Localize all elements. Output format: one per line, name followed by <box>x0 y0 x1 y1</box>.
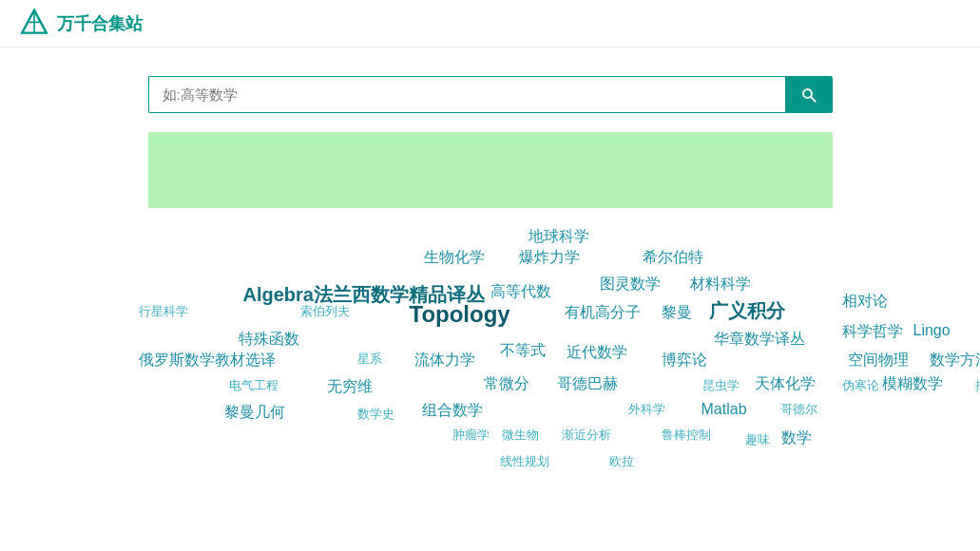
tag-guangyi[interactable]: 广义积分 <box>709 298 785 324</box>
tag-shuxuefali[interactable]: 数学方法论 <box>930 351 981 370</box>
tag-bocun[interactable]: 博弈论 <box>662 351 707 370</box>
tag-matlab[interactable]: Matlab <box>701 401 747 418</box>
tag-tuli[interactable]: 图灵数学 <box>600 275 661 294</box>
tag-kunchong[interactable]: 昆虫学 <box>702 377 740 394</box>
search-button[interactable] <box>785 76 833 113</box>
tag-wuqiong[interactable]: 无穷维 <box>327 377 373 397</box>
logo-text: 万千合集站 <box>57 12 143 35</box>
tag-jinjinfenxi[interactable]: 渐近分析 <box>562 427 611 444</box>
tag-shuxue[interactable]: 数学 <box>781 428 812 448</box>
header: 万千合集站 <box>0 0 980 48</box>
tag-teshu[interactable]: 特殊函数 <box>239 330 299 350</box>
tag-cloud: 地球科学生物化学爆炸力学希尔伯特图灵数学材料科学Algebra法兰西数学精品译丛… <box>63 227 918 493</box>
tag-budengshi[interactable]: 不等式 <box>500 341 546 361</box>
tag-oula[interactable]: 欧拉 <box>609 453 634 470</box>
tag-suobo[interactable]: 索伯列夫 <box>300 303 350 320</box>
tag-liman2[interactable]: 黎曼几何 <box>224 403 285 423</box>
tag-liuti[interactable]: 流体力学 <box>414 351 475 370</box>
tag-gedeba[interactable]: 哥德巴赫 <box>557 374 618 394</box>
tag-xiangdui[interactable]: 相对论 <box>842 292 888 312</box>
main-content: 地球科学生物化学爆炸力学希尔伯特图灵数学材料科学Algebra法兰西数学精品译丛… <box>0 48 980 522</box>
tag-moni[interactable]: 模糊数学 <box>882 374 943 394</box>
tag-weihan[interactable]: 伪寒论 <box>842 377 879 394</box>
tag-gede[interactable]: 哥德尔 <box>780 401 817 418</box>
tag-tianti[interactable]: 天体化学 <box>755 374 816 394</box>
logo-icon <box>19 9 49 39</box>
tag-xingxi[interactable]: 星系 <box>357 351 382 368</box>
svg-line-4 <box>810 96 815 101</box>
tag-baozha[interactable]: 爆炸力学 <box>519 248 580 268</box>
tag-eluosi[interactable]: 俄罗斯数学教材选译 <box>139 351 276 370</box>
tag-shuxueshi[interactable]: 数学史 <box>357 406 394 423</box>
tag-zhongliuyi[interactable]: 肿瘤学 <box>452 427 490 444</box>
tag-waikejia[interactable]: 外科学 <box>628 401 665 418</box>
tag-lingo[interactable]: Lingo <box>913 322 951 339</box>
tag-quwei[interactable]: 趣味 <box>745 431 770 448</box>
tag-zuheshi[interactable]: 组合数学 <box>422 401 483 421</box>
tag-youji[interactable]: 有机高分子 <box>565 303 641 323</box>
tag-xianxing[interactable]: 线性规划 <box>500 453 549 470</box>
tag-xierbo[interactable]: 希尔伯特 <box>643 248 703 268</box>
tag-lubang[interactable]: 鲁棒控制 <box>662 427 711 444</box>
tag-xingxing[interactable]: 行星科学 <box>139 303 188 320</box>
tag-weishengwu[interactable]: 微生物 <box>502 427 539 444</box>
search-bar <box>148 76 833 113</box>
tag-kongjian[interactable]: 空间物理 <box>848 351 909 370</box>
tag-topology[interactable]: Topology <box>410 301 510 328</box>
tag-diandian[interactable]: 电气工程 <box>229 377 279 394</box>
tag-jindai[interactable]: 近代数学 <box>567 343 627 363</box>
tag-gaodeng[interactable]: 高等代数 <box>490 282 551 302</box>
banner <box>148 132 833 208</box>
tag-kexue[interactable]: 科学哲学 <box>842 322 903 342</box>
tag-changwei[interactable]: 常微分 <box>484 374 529 394</box>
tag-diqiu[interactable]: 地球科学 <box>528 227 589 247</box>
tag-shengwu[interactable]: 生物化学 <box>424 248 485 268</box>
tag-huazhang[interactable]: 华章数学译丛 <box>714 330 805 350</box>
tag-liman[interactable]: 黎曼 <box>662 303 692 323</box>
tag-chazhi[interactable]: 插值 <box>975 377 981 394</box>
tag-cailiao[interactable]: 材料科学 <box>690 275 751 294</box>
search-icon <box>800 86 817 104</box>
search-input[interactable] <box>148 76 785 113</box>
logo-area[interactable]: 万千合集站 <box>19 9 143 39</box>
